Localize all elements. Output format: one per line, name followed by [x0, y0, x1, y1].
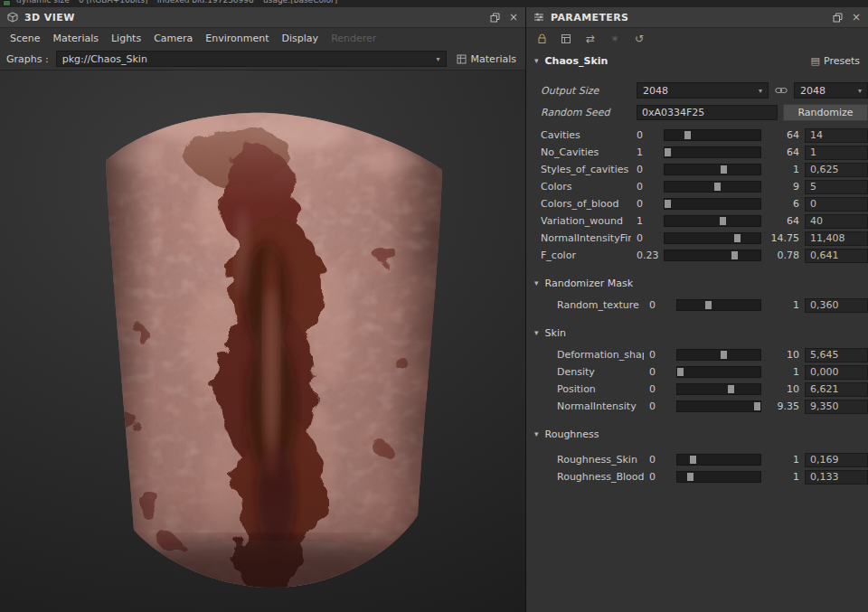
param-min: 0	[649, 400, 671, 412]
slider-handle[interactable]	[714, 183, 721, 191]
param-label: F_color	[541, 250, 631, 261]
param-value-input[interactable]: 6,621	[805, 382, 868, 397]
param-slider[interactable]	[676, 366, 761, 378]
cube-icon	[7, 12, 18, 23]
param-value-input[interactable]: 40	[805, 214, 868, 229]
menu-environment[interactable]: Environment	[199, 30, 275, 47]
param-value-input[interactable]: 11,408	[805, 231, 868, 246]
3d-view-header: 3D VIEW ×	[0, 7, 525, 28]
menu-display[interactable]: Display	[276, 30, 326, 47]
float-window-icon[interactable]	[490, 13, 500, 23]
param-slider[interactable]	[676, 400, 761, 412]
slider-handle[interactable]	[705, 301, 712, 309]
slider-handle[interactable]	[677, 368, 684, 376]
slider-handle[interactable]	[720, 217, 726, 225]
menu-materials[interactable]: Materials	[47, 30, 105, 47]
param-value-input[interactable]: 5	[805, 180, 868, 194]
param-label: Styles_of_cavities	[541, 164, 631, 175]
param-max: 9.35	[767, 400, 799, 412]
output-size-label: Output Size	[541, 85, 631, 97]
spark-icon: ✶	[608, 32, 622, 46]
output-size-width-dropdown[interactable]: 2048 ▾	[637, 82, 769, 99]
graphs-dropdown[interactable]: pkg://Chaos_Skin ▾	[56, 51, 447, 67]
lock-icon[interactable]	[534, 32, 549, 46]
presets-button[interactable]: ▤ Presets	[811, 55, 860, 67]
slider-handle[interactable]	[665, 148, 671, 156]
param-slider[interactable]	[664, 232, 761, 244]
slider-handle[interactable]	[734, 234, 741, 242]
param-value-input[interactable]: 1	[805, 146, 868, 160]
param-label: Density	[557, 366, 644, 378]
param-value-input[interactable]: 9,350	[805, 400, 868, 414]
slider-handle[interactable]	[728, 385, 734, 393]
float-window-icon[interactable]	[833, 13, 843, 23]
param-value-input[interactable]: 0,625	[805, 163, 868, 177]
app-icon	[3, 0, 11, 6]
transfer-arrows-icon[interactable]: ⇄	[583, 32, 598, 46]
param-value-input[interactable]: 0,360	[805, 298, 868, 313]
graph-section-header[interactable]: ▾ Chaos_Skin ▤ Presets	[526, 50, 868, 71]
param-value-input[interactable]: 0	[805, 197, 868, 212]
reset-icon[interactable]: ↺	[632, 32, 646, 46]
slider-handle[interactable]	[684, 131, 691, 139]
section-roughness[interactable]: ▾ Roughness	[526, 424, 868, 444]
param-row-density: Density 0 1 0,000	[526, 363, 868, 381]
sliders-icon	[533, 12, 544, 23]
param-slider[interactable]	[664, 164, 761, 175]
menu-lights[interactable]: Lights	[105, 30, 147, 47]
section-skin[interactable]: ▾ Skin	[526, 323, 868, 343]
section-randomizer-mask[interactable]: ▾ Randomizer Mask	[526, 273, 868, 293]
output-size-height-dropdown[interactable]: 2048 ▾	[794, 82, 868, 99]
slider-handle[interactable]	[731, 251, 738, 259]
section-label: Skin	[545, 327, 566, 339]
param-slider[interactable]	[676, 383, 761, 395]
menu-scene[interactable]: Scene	[4, 30, 47, 47]
param-slider[interactable]	[676, 299, 761, 311]
param-slider[interactable]	[664, 146, 761, 158]
3d-model-cylinder[interactable]	[0, 71, 525, 612]
param-min: 0	[637, 181, 658, 193]
materials-button[interactable]: Materials	[454, 52, 519, 67]
param-row-normal-intensity-final: NormalIntensityFinal 0 14.75 11,408	[526, 230, 868, 247]
slider-handle[interactable]	[665, 200, 671, 208]
section-randomizer-mask-rows: Random_texture 0 1 0,360	[526, 297, 868, 314]
slider-handle[interactable]	[754, 402, 760, 410]
param-value-input[interactable]: 0,000	[805, 365, 868, 380]
slider-handle[interactable]	[687, 473, 693, 481]
param-slider[interactable]	[676, 349, 761, 361]
chevron-down-icon: ▾	[437, 55, 440, 63]
param-row-f-color: F_color 0.23 0.78 0,641	[526, 247, 868, 264]
slider-handle[interactable]	[721, 165, 727, 174]
param-slider[interactable]	[664, 215, 761, 227]
close-icon[interactable]: ×	[509, 12, 518, 23]
slider-handle[interactable]	[721, 351, 727, 359]
param-value-input[interactable]: 0,133	[805, 470, 868, 485]
param-slider[interactable]	[664, 181, 761, 193]
param-slider[interactable]	[664, 250, 761, 261]
param-slider[interactable]	[664, 129, 761, 141]
parameters-header: PARAMETERS ×	[526, 7, 868, 28]
param-value-input[interactable]: 0,641	[805, 249, 868, 263]
3d-viewport[interactable]	[0, 71, 525, 612]
param-max: 0.78	[767, 250, 799, 261]
param-value-input[interactable]: 14	[805, 128, 868, 143]
randomize-button[interactable]: Randomize	[783, 104, 868, 121]
param-slider[interactable]	[676, 454, 761, 466]
param-value-input[interactable]: 5,645	[805, 348, 868, 362]
param-min: 0	[637, 232, 658, 244]
menu-camera[interactable]: Camera	[147, 30, 199, 47]
param-slider[interactable]	[664, 198, 761, 210]
param-value-input[interactable]: 0,169	[805, 453, 868, 467]
random-seed-input[interactable]: 0xA0334F25	[637, 105, 778, 120]
param-max: 1	[767, 366, 799, 378]
param-row-normal-intensity: NormalIntensity 0 9.35 9,350	[526, 398, 868, 415]
param-slider[interactable]	[676, 471, 761, 483]
param-max: 10	[767, 383, 799, 395]
param-max: 64	[767, 129, 799, 141]
export-icon[interactable]	[559, 32, 573, 46]
close-icon[interactable]: ×	[852, 12, 861, 23]
random-seed-label: Random Seed	[541, 107, 631, 118]
param-label: Cavities	[541, 129, 631, 141]
slider-handle[interactable]	[690, 456, 696, 464]
link-sizes-icon[interactable]	[774, 86, 788, 95]
